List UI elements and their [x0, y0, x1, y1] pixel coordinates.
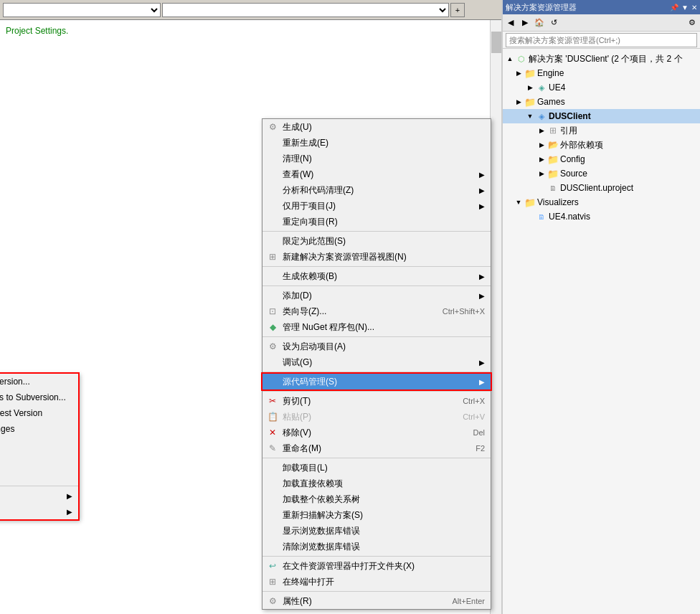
ctx-remove-label: 移除(V)	[283, 427, 311, 439]
paste-shortcut: Ctrl+V	[463, 412, 485, 421]
ctx-clean[interactable]: 清理(N)	[262, 151, 491, 166]
submenu-update[interactable]: ↺ Update Project to Latest Version	[0, 405, 78, 421]
ctx-loaddirect-label: 加载直接依赖项	[283, 478, 343, 490]
submenu-subversion[interactable]: Subversion ▶	[0, 488, 78, 504]
editor-scrollbar[interactable]	[490, 20, 501, 614]
submenu-addsel[interactable]: ⊞ Add Selected Projects to Subversion...	[0, 389, 78, 405]
submenu-arrow-debug: ▶	[479, 359, 485, 367]
ctx-terminal[interactable]: ⊞ 在终端中打开	[262, 574, 491, 590]
ctx-analyze-label: 分析和代码清理(Z)	[283, 184, 354, 197]
ctx-openinexplorer[interactable]: ↩ 在文件资源管理器中打开文件夹(X)	[262, 558, 491, 574]
tree-extdep[interactable]: ▶ 📂 外部依赖项	[503, 138, 700, 152]
tree-uproject[interactable]: 🗎 DUSClient.uproject	[503, 181, 700, 195]
rename-icon: ✎	[267, 443, 278, 454]
visualizers-label: Visualizers	[537, 197, 579, 207]
ctx-builddep-label: 生成依赖项(B)	[283, 270, 337, 283]
ctx-rename[interactable]: ✎ 重命名(M) F2	[262, 440, 491, 456]
pin-icon[interactable]: 📌	[670, 4, 678, 11]
editor-select1[interactable]	[3, 3, 161, 17]
submenu-addsln[interactable]: ⊞ Add Solution to Subversion...	[0, 374, 78, 389]
ctx-newsln-label: 新建解决方案资源管理器视图(N)	[283, 251, 407, 263]
ctx-nuget[interactable]: ◆ 管理 NuGet 程序包(N)...	[262, 319, 491, 335]
ctx-scope[interactable]: 限定为此范围(S)	[262, 233, 491, 249]
folder-icon-games: 📁	[524, 96, 536, 108]
add-tab-button[interactable]: +	[450, 3, 465, 17]
ctx-unload[interactable]: 卸载项目(L)	[262, 460, 491, 476]
ctx-remove[interactable]: ✕ 移除(V) Del	[262, 425, 491, 440]
ctx-srcctl[interactable]: 源代码管理(S) ▶	[262, 374, 491, 389]
ctx-builddep[interactable]: 生成依赖项(B) ▶	[262, 268, 491, 284]
back-btn[interactable]: ◀	[504, 16, 517, 29]
ctx-view[interactable]: 查看(W) ▶	[262, 166, 491, 182]
ctx-clearbrowserr[interactable]: 清除浏览数据库错误	[262, 539, 491, 554]
ctx-properties[interactable]: ⚙ 属性(R) Alt+Enter	[262, 593, 491, 609]
tree-ue4[interactable]: ▶ ◈ UE4	[503, 80, 700, 95]
ctx-debug[interactable]: 调试(G) ▶	[262, 354, 491, 370]
tree-engine[interactable]: ▶ 📁 Engine	[503, 66, 700, 80]
submenu-projectfile[interactable]: Project File ▶	[0, 504, 78, 519]
ctx-srcctl-label: 源代码管理(S)	[283, 376, 337, 388]
ctx-loaddirect[interactable]: 加载直接依赖项	[262, 476, 491, 491]
ctx-build-label: 生成(U)	[283, 121, 312, 133]
ctx-only[interactable]: 仅用于项目(J) ▶	[262, 198, 491, 214]
ue4-label: UE4	[549, 82, 565, 93]
ctx-analyze[interactable]: 分析和代码清理(Z) ▶	[262, 182, 491, 198]
scrollbar-thumb	[491, 32, 501, 53]
panel-search-bar	[503, 32, 700, 49]
dropdown-icon[interactable]: ▼	[681, 4, 689, 11]
ctx-rescan[interactable]: 重新扫描解决方案(S)	[262, 507, 491, 523]
panel-title-buttons: 📌 ▼ ✕	[670, 4, 697, 11]
expand-arrow-engine: ▶	[514, 69, 523, 77]
ctx-newsln[interactable]: ⊞ 新建解决方案资源管理器视图(N)	[262, 249, 491, 265]
home-btn[interactable]: 🏠	[533, 16, 546, 29]
nuget-icon: ◆	[267, 321, 278, 333]
ctx-clean-label: 清理(N)	[283, 153, 312, 165]
ctx-cut[interactable]: ✂ 剪切(T) Ctrl+X	[262, 393, 491, 409]
ctx-clearbrowserr-label: 清除浏览数据库错误	[283, 541, 360, 553]
ctx-rebuild[interactable]: 重新生成(E)	[262, 135, 491, 151]
submenu-sep1	[0, 486, 78, 486]
ctx-classwiz[interactable]: ⊡ 类向导(Z)... Ctrl+Shift+X	[262, 303, 491, 319]
project-settings-text: Project Settings.	[6, 26, 68, 36]
editor-select2[interactable]	[162, 3, 449, 17]
submenu-arrow-projectfile: ▶	[67, 508, 72, 516]
tree-dusclient[interactable]: ▼ ◈ DUSClient	[503, 109, 700, 123]
panel-titlebar: 解决方案资源管理器 📌 ▼ ✕	[503, 0, 700, 14]
terminal-icon: ⊞	[267, 576, 278, 587]
tree-games[interactable]: ▶ 📁 Games	[503, 95, 700, 109]
tree-config[interactable]: ▶ 📁 Config	[503, 152, 700, 166]
forward-btn[interactable]: ▶	[519, 16, 531, 29]
submenu-showchanges[interactable]: ⊡ Show Changes	[0, 437, 78, 453]
tree-ref[interactable]: ▶ ⊞ 引用	[503, 123, 700, 138]
ctx-loadall[interactable]: 加载整个依赖关系树	[262, 491, 491, 507]
ctx-retarget[interactable]: 重定向项目(R)	[262, 214, 491, 230]
sync-btn[interactable]: ↺	[547, 16, 560, 29]
ctx-build[interactable]: ⚙ 生成(U)	[262, 119, 491, 135]
expand-arrow-visualizers: ▼	[514, 198, 523, 207]
ctx-showbrowserr[interactable]: 显示浏览数据库错误	[262, 523, 491, 539]
expand-arrow-source: ▶	[537, 169, 546, 178]
ctx-setstartup[interactable]: ⚙ 设为启动项目(A)	[262, 339, 491, 354]
submenu-revert[interactable]: ↶ Revert	[0, 468, 78, 484]
tree-solution-root[interactable]: ▲ ⬡ 解决方案 'DUSClient' (2 个项目，共 2 个	[503, 52, 700, 66]
separator1	[262, 231, 491, 232]
submenu-commit[interactable]: ⬆ Commit Project Changes	[0, 421, 78, 437]
expand-arrow-games: ▶	[514, 98, 523, 106]
tree-natvis[interactable]: 🗎 UE4.natvis	[503, 209, 700, 224]
ctx-terminal-label: 在终端中打开	[283, 576, 334, 588]
ctx-add[interactable]: 添加(D) ▶	[262, 288, 491, 303]
search-input[interactable]	[506, 33, 697, 47]
commit-label: Commit Project Changes	[0, 424, 14, 434]
ctx-paste[interactable]: 📋 粘贴(P) Ctrl+V	[262, 409, 491, 425]
tree-visualizers[interactable]: ▼ 📁 Visualizers	[503, 195, 700, 209]
close-icon[interactable]: ✕	[691, 4, 697, 11]
ctx-setstartup-label: 设为启动项目(A)	[283, 341, 346, 353]
submenu-history[interactable]: 🕐 View Project History	[0, 453, 78, 468]
ctx-scope-label: 限定为此范围(S)	[283, 235, 346, 247]
properties-shortcut: Alt+Enter	[452, 597, 485, 605]
folder-icon-engine: 📁	[524, 67, 536, 79]
tree-source[interactable]: ▶ 📁 Source	[503, 166, 700, 181]
settings-btn[interactable]: ⚙	[686, 16, 699, 29]
project-icon-dusclient: ◈	[536, 110, 547, 122]
ctx-add-label: 添加(D)	[283, 290, 312, 302]
